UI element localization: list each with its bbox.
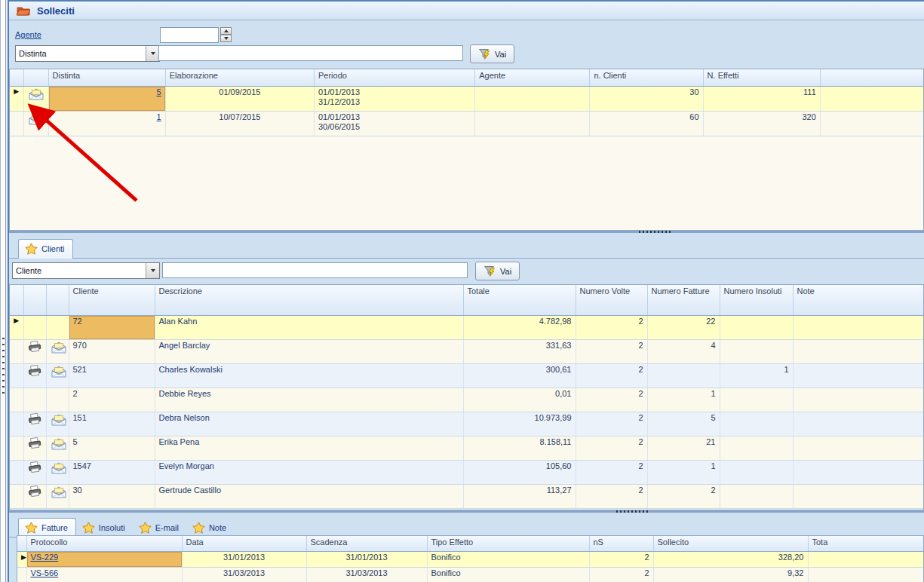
send-envelope-button[interactable] <box>46 460 69 484</box>
col-note[interactable]: Note <box>793 285 924 315</box>
table-row[interactable]: 1547 Evelyn Morgan 105,60 2 1 <box>10 460 924 484</box>
table-row[interactable]: 30 Gertrude Castillo 113,27 2 2 <box>10 484 924 508</box>
send-envelope-button[interactable] <box>46 436 69 460</box>
table-row[interactable]: ▶ VS-229 31/01/2013 31/01/2013 Bonifico … <box>17 551 924 567</box>
print-button[interactable] <box>23 436 46 460</box>
cell-note <box>793 484 924 508</box>
combo-dropdown-button[interactable] <box>146 263 159 278</box>
print-button[interactable] <box>23 484 46 508</box>
spinner-down-button[interactable] <box>220 35 232 42</box>
tab-insoluti[interactable]: Insoluti <box>76 519 133 537</box>
tab-email[interactable]: E-mail <box>133 519 186 537</box>
tab-label: Insoluti <box>99 523 125 532</box>
agente-spinner-input[interactable] <box>160 27 219 43</box>
col-totale[interactable]: Tota <box>808 536 924 551</box>
cell-distinta[interactable]: 5 <box>48 86 165 111</box>
print-button[interactable] <box>23 339 46 363</box>
send-envelope-button[interactable] <box>46 484 69 508</box>
col-n-clienti[interactable]: n. Clienti <box>590 69 703 86</box>
filter-bolt-icon <box>483 265 496 277</box>
col-ns[interactable]: nS <box>589 536 653 551</box>
col-agente[interactable]: Agente <box>475 69 590 86</box>
envelope-icon <box>28 87 45 100</box>
table-row[interactable]: 521 Charles Kowalski 300,61 2 1 <box>10 363 924 387</box>
vai-button[interactable]: Vai <box>470 44 514 63</box>
table-row[interactable]: ▶ 5 01/09/2015 01/01/201331/12/2013 30 1… <box>10 86 924 111</box>
vai-button[interactable]: Vai <box>475 262 520 280</box>
col-numero-volte[interactable]: Numero Volte <box>576 285 647 315</box>
send-envelope-button[interactable] <box>46 339 69 363</box>
col-tipo-effetto[interactable]: Tipo Effetto <box>427 536 589 551</box>
vertical-splitter-grip[interactable] <box>2 338 5 395</box>
print-button[interactable] <box>23 363 46 387</box>
cell-numero-volte: 2 <box>576 412 647 436</box>
col-descrizione[interactable]: Descrizione <box>155 285 463 315</box>
envelope-icon <box>51 461 67 474</box>
send-envelope-button[interactable] <box>46 363 69 387</box>
col-sollecito[interactable]: Sollecito <box>653 536 808 551</box>
col-row-selector <box>10 69 23 86</box>
cell-numero-insoluti <box>720 412 793 436</box>
cell-protocollo[interactable]: VS-566 <box>26 567 182 582</box>
table-row[interactable]: ▶ 72 Alan Kahn 4.782,98 2 22 <box>10 315 924 339</box>
agente-link[interactable]: Agente <box>15 30 41 39</box>
cell-numero-fatture: 5 <box>647 412 720 436</box>
cell-numero-volte: 2 <box>576 363 647 387</box>
col-protocollo[interactable]: Protocollo <box>26 536 182 551</box>
splitter-grip[interactable] <box>639 231 672 233</box>
cell-sollecito: 328,20 <box>653 551 808 567</box>
cell-distinta[interactable]: 1 <box>48 111 165 136</box>
print-button[interactable] <box>23 460 46 484</box>
send-envelope-button[interactable] <box>46 412 69 436</box>
cell-ns: 2 <box>589 551 653 567</box>
cell-protocollo[interactable]: VS-229 <box>26 551 182 567</box>
search-input[interactable] <box>158 45 463 61</box>
cell-descrizione: Debra Nelson <box>155 412 463 436</box>
cell-cliente: 1547 <box>69 460 155 484</box>
col-numero-insoluti[interactable]: Numero Insoluti <box>720 285 793 315</box>
print-button[interactable] <box>23 412 46 436</box>
left-collapsed-panel[interactable] <box>0 0 6 582</box>
table-row[interactable]: 970 Angel Barclay 331,63 2 4 <box>10 339 924 363</box>
send-envelope-button[interactable] <box>23 86 48 111</box>
cell-numero-fatture: 1 <box>647 460 720 484</box>
envelope-icon <box>51 486 67 498</box>
tab-label: E-mail <box>155 523 179 532</box>
cell-numero-insoluti <box>720 484 793 508</box>
vai-button-label: Vai <box>500 267 511 276</box>
col-periodo[interactable]: Periodo <box>314 69 474 86</box>
cliente-search-input[interactable] <box>162 262 468 278</box>
col-numero-fatture[interactable]: Numero Fatture <box>647 285 720 315</box>
table-row[interactable]: 2 Debbie Reyes 0,01 2 1 <box>10 387 924 412</box>
spinner-up-button[interactable] <box>220 27 232 35</box>
table-row[interactable]: VS-566 31/03/2013 31/03/2013 Bonifico 2 … <box>17 567 924 582</box>
agente-spinner <box>160 27 232 43</box>
splitter-grip[interactable] <box>616 510 649 513</box>
dettaglio-panel: Fatture Insoluti E-mail Note <box>9 515 924 582</box>
tab-note[interactable]: Note <box>186 519 234 537</box>
search-field-combo[interactable]: Distinta <box>15 45 160 62</box>
send-envelope-button[interactable] <box>23 111 48 136</box>
col-scadenza[interactable]: Scadenza <box>306 536 427 551</box>
tab-clienti[interactable]: Clienti <box>18 239 73 259</box>
combo-selected-value: Distinta <box>16 46 146 61</box>
table-row[interactable]: 1 10/07/2015 01/01/201330/06/2015 60 320 <box>10 111 924 136</box>
col-data[interactable]: Data <box>182 536 306 551</box>
cell-note <box>793 339 924 363</box>
col-totale[interactable]: Totale <box>463 285 576 315</box>
cell-cliente[interactable]: 72 <box>69 315 155 339</box>
cell-cliente: 521 <box>69 363 155 387</box>
col-elaborazione[interactable]: Elaborazione <box>165 69 314 86</box>
table-row[interactable]: 5 Erika Pena 8.158,11 2 21 <box>10 436 924 460</box>
cell-note <box>793 363 924 387</box>
combo-dropdown-button[interactable] <box>146 46 159 61</box>
col-print <box>23 285 46 315</box>
col-n-effetti[interactable]: N. Effetti <box>703 69 820 86</box>
cell-totale: 0,01 <box>463 387 576 412</box>
cell-scadenza: 31/01/2013 <box>306 551 427 567</box>
cell-sollecito: 9,32 <box>653 567 808 582</box>
col-distinta[interactable]: Distinta <box>48 69 165 86</box>
table-row[interactable]: 151 Debra Nelson 10.973,99 2 5 <box>10 412 924 436</box>
cliente-field-combo[interactable]: Cliente <box>12 262 160 279</box>
col-cliente[interactable]: Cliente <box>69 285 155 315</box>
